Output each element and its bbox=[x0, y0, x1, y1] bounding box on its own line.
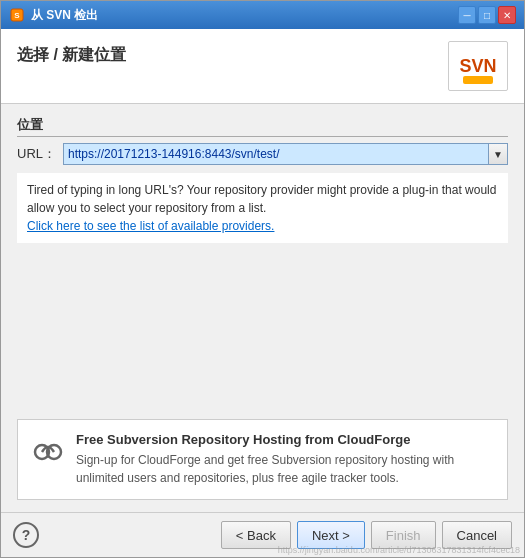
title-bar-icon: S bbox=[9, 7, 25, 23]
page-title: 选择 / 新建位置 bbox=[17, 41, 126, 66]
svg-text:S: S bbox=[14, 11, 20, 20]
url-label: URL： bbox=[17, 145, 57, 163]
providers-link[interactable]: Click here to see the list of available … bbox=[27, 219, 274, 233]
url-row: URL： ▼ bbox=[17, 143, 508, 165]
location-label: 位置 bbox=[17, 116, 508, 137]
url-input-wrapper: ▼ bbox=[63, 143, 508, 165]
title-bar: S 从 SVN 检出 ─ □ ✕ bbox=[1, 1, 524, 29]
svn-logo: SVN bbox=[448, 41, 508, 91]
header-section: 选择 / 新建位置 SVN bbox=[1, 29, 524, 104]
cloudforge-title: Free Subversion Repository Hosting from … bbox=[76, 432, 495, 447]
content-area: 选择 / 新建位置 SVN 位置 URL： ▼ Tired of ty bbox=[1, 29, 524, 557]
cloudforge-description: Sign-up for CloudForge and get free Subv… bbox=[76, 451, 495, 487]
cloudforge-text: Free Subversion Repository Hosting from … bbox=[76, 432, 495, 487]
watermark: https://jingyan.baidu.com/article/d71306… bbox=[278, 545, 520, 555]
main-window: S 从 SVN 检出 ─ □ ✕ 选择 / 新建位置 SVN 位置 URL： bbox=[0, 0, 525, 558]
help-button[interactable]: ? bbox=[13, 522, 39, 548]
footer-left: ? bbox=[13, 522, 39, 548]
main-body: 位置 URL： ▼ Tired of typing in long URL's?… bbox=[1, 104, 524, 512]
url-input[interactable] bbox=[63, 143, 488, 165]
maximize-button[interactable]: □ bbox=[478, 6, 496, 24]
spacer bbox=[17, 251, 508, 403]
hint-text: Tired of typing in long URL's? Your repo… bbox=[27, 183, 496, 215]
cloudforge-icon bbox=[30, 432, 66, 468]
cloudforge-section: Free Subversion Repository Hosting from … bbox=[17, 419, 508, 500]
location-section: 位置 URL： ▼ bbox=[17, 116, 508, 165]
minimize-button[interactable]: ─ bbox=[458, 6, 476, 24]
hint-box: Tired of typing in long URL's? Your repo… bbox=[17, 173, 508, 243]
title-bar-buttons: ─ □ ✕ bbox=[458, 6, 516, 24]
close-button[interactable]: ✕ bbox=[498, 6, 516, 24]
window-title: 从 SVN 检出 bbox=[31, 7, 458, 24]
url-dropdown-button[interactable]: ▼ bbox=[488, 143, 508, 165]
